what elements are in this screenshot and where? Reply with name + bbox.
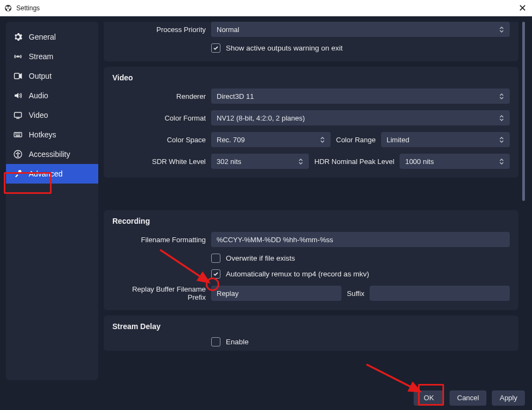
app-icon [4, 4, 12, 12]
window-title: Settings [16, 4, 518, 12]
sidebar-item-accessibility[interactable]: Accessibility [6, 144, 98, 164]
panel-video-title: Video [112, 73, 510, 82]
renderer-value: Direct3D 11 [217, 92, 254, 100]
color-range-select[interactable]: Limited [381, 132, 510, 147]
sidebar-item-label: Accessibility [29, 150, 70, 159]
sidebar-item-label: Audio [29, 91, 48, 100]
sdr-value: 302 nits [217, 157, 242, 166]
svg-point-4 [17, 56, 19, 58]
filename-input[interactable]: %CCYY-%MM-%DD %hh-%mm-%ss [211, 232, 510, 247]
sidebar-item-advanced[interactable]: Advanced [6, 164, 98, 184]
sidebar-item-label: Advanced [29, 169, 62, 178]
sdr-spin[interactable]: 302 nits [211, 154, 309, 169]
filename-label: Filename Formatting [112, 236, 206, 244]
panel-video: Video Renderer Direct3D 11 Color Format [104, 67, 518, 178]
svg-rect-5 [15, 73, 20, 79]
overwrite-label: Overwrite if file exists [226, 254, 295, 262]
output-icon [14, 72, 22, 80]
hdr-value: 1000 nits [405, 157, 434, 166]
monitor-icon [14, 111, 22, 119]
scrollbar[interactable] [522, 22, 526, 380]
titlebar: Settings ✕ [0, 0, 532, 16]
sidebar-item-video[interactable]: Video [6, 105, 98, 125]
svg-point-3 [7, 9, 10, 11]
sidebar-item-hotkeys[interactable]: Hotkeys [6, 125, 98, 144]
footer: OK Cancel Apply [0, 386, 532, 410]
color-space-value: Rec. 709 [217, 136, 245, 144]
sidebar-item-label: Stream [29, 52, 53, 61]
svg-point-2 [8, 7, 11, 9]
sidebar-item-audio[interactable]: Audio [6, 86, 98, 105]
content: Process Priority Normal [104, 22, 526, 380]
chevron-updown-icon [499, 91, 506, 102]
renderer-label: Renderer [112, 92, 206, 100]
panel-stream-delay-title: Stream Delay [112, 322, 510, 331]
gear-icon [14, 33, 22, 41]
suffix-label: Suffix [347, 289, 364, 298]
keyboard-icon [14, 130, 22, 139]
sidebar-item-stream[interactable]: Stream [6, 47, 98, 66]
panel-stream-delay: Stream Delay Enable [104, 316, 518, 351]
svg-point-9 [17, 152, 19, 153]
replay-prefix-input[interactable]: Replay [211, 286, 341, 301]
speaker-icon [14, 91, 22, 100]
overwrite-checkbox[interactable] [211, 254, 220, 263]
sidebar: General Stream Output Audio Video [6, 22, 98, 380]
sidebar-item-label: Video [29, 111, 48, 119]
hdr-spin[interactable]: 1000 nits [400, 154, 510, 169]
suffix-input[interactable] [370, 286, 510, 301]
panel-recording-title: Recording [112, 217, 510, 225]
panel-general-top: Process Priority Normal [104, 22, 518, 61]
chevron-updown-icon [320, 134, 327, 145]
show-outputs-warning-checkbox[interactable] [211, 43, 220, 53]
remux-checkbox[interactable] [211, 269, 220, 279]
replay-prefix-value: Replay [217, 289, 238, 298]
remux-label: Automatically remux to mp4 (record as mk… [226, 270, 369, 278]
color-format-value: NV12 (8-bit, 4:2:0, 2 planes) [217, 114, 305, 122]
panel-recording: Recording Filename Formatting %CCYY-%MM-… [104, 210, 518, 310]
close-icon[interactable]: ✕ [518, 3, 527, 13]
chevron-updown-icon [499, 134, 506, 145]
process-priority-select[interactable]: Normal [211, 22, 510, 37]
antenna-icon [14, 52, 22, 61]
cancel-button[interactable]: Cancel [449, 390, 486, 406]
spin-icon [298, 156, 306, 167]
apply-button[interactable]: Apply [492, 390, 525, 406]
color-space-select[interactable]: Rec. 709 [211, 132, 331, 147]
svg-rect-6 [15, 112, 22, 117]
sdr-label: SDR White Level [112, 157, 206, 166]
ok-button[interactable]: OK [414, 390, 444, 406]
show-outputs-warning-label: Show active outputs warning on exit [226, 44, 343, 52]
color-range-value: Limited [387, 136, 409, 144]
filename-value: %CCYY-%MM-%DD %hh-%mm-%ss [217, 236, 333, 244]
chevron-updown-icon [499, 112, 506, 123]
color-space-label: Color Space [112, 136, 206, 144]
renderer-select[interactable]: Direct3D 11 [211, 89, 510, 104]
svg-point-1 [5, 7, 8, 9]
sidebar-item-label: Output [29, 72, 52, 80]
sidebar-item-output[interactable]: Output [6, 66, 98, 86]
color-format-select[interactable]: NV12 (8-bit, 4:2:0, 2 planes) [211, 110, 510, 125]
hdr-label: HDR Nominal Peak Level [314, 157, 394, 166]
sidebar-item-label: General [29, 33, 56, 41]
spin-icon [499, 156, 506, 167]
stream-delay-enable-label: Enable [226, 338, 249, 346]
sidebar-item-general[interactable]: General [6, 27, 98, 47]
scrollbar-thumb[interactable] [522, 22, 525, 201]
accessibility-icon [14, 150, 22, 159]
process-priority-value: Normal [217, 26, 239, 34]
process-priority-label: Process Priority [112, 26, 206, 34]
color-range-label: Color Range [336, 136, 376, 144]
color-format-label: Color Format [112, 114, 206, 122]
replay-prefix-label: Replay Buffer Filename Prefix [112, 285, 206, 301]
stream-delay-enable-checkbox[interactable] [211, 337, 220, 346]
chevron-updown-icon [499, 24, 506, 35]
tools-icon [14, 169, 22, 178]
sidebar-item-label: Hotkeys [29, 130, 56, 139]
